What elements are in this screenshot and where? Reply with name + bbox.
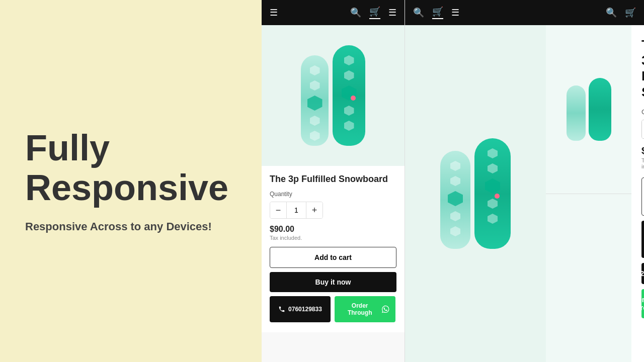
hex-dot-8 [344,121,354,131]
left-panel: Fully Responsive Responsive Across to an… [0,0,262,362]
desktop-thumb-top-group [567,78,611,141]
desktop-product-details: The 3p Fulfilled Snowboard Quantity − 1 … [631,25,644,362]
mobile-product-image [262,25,405,166]
snowboard-dark-dots [342,55,357,131]
hex-dot-4 [310,131,320,141]
cart-icon[interactable]: 🛒 [369,6,380,19]
desktop-thumb-top [546,25,631,194]
mobile-product-info: The 3p Fulfilled Snowboard Quantity − 1 … [262,166,405,332]
mobile-add-to-cart-button[interactable]: Add to cart [270,247,396,268]
desktop-device: 🔍 🛒 ☰ 🔍 🛒 [405,0,644,362]
desktop-quantity-decrease-button[interactable]: − [642,120,644,138]
hex-d-large [448,191,463,206]
hex-dot-1 [310,65,320,75]
snowboard-dark [333,45,365,146]
menu-icon[interactable]: ☰ [388,7,396,18]
mobile-whatsapp-button[interactable]: Order Through [335,296,395,322]
hex-dot-7 [344,106,354,116]
hex-d3 [450,211,460,221]
snowboard-dots [307,65,323,141]
mobile-phone-button[interactable]: 0760129833 [270,296,331,322]
hex-dot-2 [310,80,320,90]
mobile-price: $90.00 [270,225,396,234]
hero-subtext: Responsive Across to any Devices! [25,220,236,234]
right-panel: ☰ 🔍 🛒 ☰ [262,0,644,362]
hex-dot-6 [344,70,354,80]
desktop-search-icon[interactable]: 🔍 [413,7,424,18]
hex-d7 [488,199,498,209]
desktop-snowboard-group [440,138,511,249]
mobile-nav-right-icons: 🔍 🛒 ☰ [350,6,396,19]
desktop-cart-icon[interactable]: 🛒 [432,6,443,19]
desktop-quantity-control: − 1 + [641,120,644,139]
desktop-thumb-bottom [546,194,631,363]
desktop-snowboard-dots [448,161,463,236]
desktop-left-area [405,25,631,362]
desktop-add-to-cart-button[interactable]: Add to cart [641,177,644,216]
thumb-snowboard-light [567,85,586,141]
thumb-snowboard-dark [589,78,611,141]
hex-d-large2 [485,178,500,194]
desktop-cart-icon-right[interactable]: 🛒 [625,7,636,18]
quantity-value: 1 [286,202,306,218]
desktop-main-image [405,25,546,362]
hex-d4 [450,226,460,236]
hamburger-icon[interactable]: ☰ [270,7,278,18]
desktop-nav-left: 🔍 🛒 ☰ [413,6,459,19]
hex-d8 [488,214,498,224]
desktop-related-section: Related products [641,318,644,362]
hex-d5 [488,148,498,158]
mobile-quantity-label: Quantity [270,191,396,198]
snowboard-light [301,55,329,146]
hex-d2 [450,176,460,186]
desktop-snowboard-light [440,151,470,249]
mobile-quantity-control: − 1 + [270,202,323,219]
desktop-content: The 3p Fulfilled Snowboard Quantity − 1 … [405,25,644,362]
hex-dot-large [307,96,323,111]
desktop-snowboard-dark-dots [485,148,500,224]
hex-d1 [450,161,460,171]
desktop-menu-icon[interactable]: ☰ [451,7,459,18]
quantity-decrease-button[interactable]: − [270,202,286,218]
hero-heading: Fully Responsive [25,128,236,208]
mobile-product-title: The 3p Fulfilled Snowboard [270,174,396,185]
mobile-buy-now-button[interactable]: Buy it now [270,272,396,292]
mobile-bottom-buttons: 0760129833 Order Through [270,296,396,322]
desktop-buy-now-button[interactable]: Buy it now [641,221,644,258]
desktop-whatsapp-button[interactable]: Order Through [641,289,644,318]
hex-dot-3 [310,116,320,126]
desktop-star-decoration [495,194,500,199]
desktop-phone-button[interactable]: 012345678 [641,263,644,284]
desktop-nav-right: 🔍 🛒 [606,7,636,18]
desktop-snowboard-dark [474,138,511,249]
desktop-navbar: 🔍 🛒 ☰ 🔍 🛒 [405,0,644,25]
whatsapp-icon [382,305,389,313]
search-icon[interactable]: 🔍 [350,7,361,18]
mobile-device: ☰ 🔍 🛒 ☰ [262,0,405,362]
snowboard-image-group [301,45,365,146]
hex-d6 [488,163,498,173]
phone-icon [278,306,285,313]
mobile-tax-info: Tax included. [270,235,396,241]
quantity-increase-button[interactable]: + [306,202,323,218]
desktop-thumbnail-panel [546,25,631,362]
star-decoration [351,96,356,101]
mobile-navbar: ☰ 🔍 🛒 ☰ [262,0,405,25]
desktop-search-icon-right[interactable]: 🔍 [606,7,617,18]
mobile-product-page: The 3p Fulfilled Snowboard Quantity − 1 … [262,25,405,362]
hex-dot-5 [344,55,354,65]
